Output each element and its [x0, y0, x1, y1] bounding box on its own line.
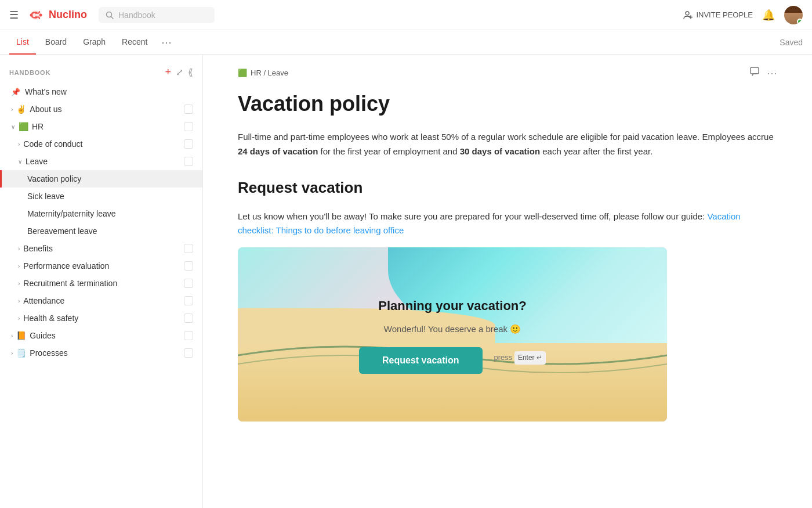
tab-recent[interactable]: Recent	[115, 30, 154, 55]
top-nav: ☰ Nuclino Handbook INVITE PE	[0, 0, 812, 30]
logo-area: Nuclino	[27, 6, 87, 24]
sidebar-item-sick-leave[interactable]: Sick leave	[0, 188, 202, 205]
sidebar-item-processes[interactable]: › 🗒️ Processes	[0, 344, 202, 362]
chevron-icon: ›	[11, 333, 13, 339]
svg-point-2	[39, 13, 42, 16]
chevron-icon: ›	[18, 246, 20, 252]
chevron-icon: ›	[11, 106, 13, 113]
svg-point-7	[686, 12, 689, 15]
press-text: press	[494, 353, 514, 362]
section2-title: Request vacation	[238, 175, 777, 200]
invite-people-button[interactable]: INVITE PEOPLE	[683, 10, 753, 20]
chevron-icon: ›	[18, 315, 20, 322]
sidebar-actions: + ⤢ ⟪	[165, 66, 193, 78]
sidebar-item-performance-evaluation[interactable]: › Performance evaluation	[0, 257, 202, 275]
sidebar-item-health-safety[interactable]: › Health & safety	[0, 309, 202, 327]
press-enter-hint: press Enter ↵	[494, 351, 546, 365]
sidebar-item-maternity-leave[interactable]: Maternity/paternity leave	[0, 205, 202, 222]
leave-checkbox[interactable]	[184, 157, 193, 166]
saved-status: Saved	[780, 38, 803, 47]
sidebar-expand-button[interactable]: ⤢	[176, 67, 183, 78]
section2-paragraph: Let us know when you'll be away! To make…	[238, 210, 777, 239]
beach-overlay: Planning your vacation? Wonderful! You d…	[238, 247, 667, 421]
about-us-icon: ✌️	[16, 105, 26, 114]
intro-paragraph: Full-time and part-time employees who wo…	[238, 130, 777, 159]
svg-rect-10	[751, 67, 759, 74]
notification-bell[interactable]: 🔔	[762, 9, 775, 21]
content-body: Full-time and part-time employees who wo…	[238, 130, 777, 421]
chevron-icon: ›	[11, 350, 13, 356]
svg-line-6	[111, 16, 114, 19]
avatar[interactable]	[784, 6, 803, 24]
sidebar-item-recruitment-termination[interactable]: › Recruitment & termination	[0, 275, 202, 292]
main-area: HANDBOOK + ⤢ ⟪ 📌 What's new › ✌️ About u…	[0, 55, 812, 508]
sidebar-item-hr[interactable]: ∨ 🟩 HR	[0, 118, 202, 135]
pin-icon: 📌	[11, 88, 20, 96]
chevron-icon: ›	[18, 141, 20, 147]
health-safety-checkbox[interactable]	[184, 314, 193, 323]
request-vacation-row: Request vacation press Enter ↵	[359, 343, 546, 374]
request-vacation-button[interactable]: Request vacation	[359, 347, 482, 374]
search-box[interactable]: Handbook	[99, 7, 215, 23]
sidebar-item-guides[interactable]: › 📙 Guides	[0, 327, 202, 344]
content-header: 🟩 HR / Leave ⋯	[238, 66, 777, 80]
sidebar-item-leave[interactable]: ∨ Leave	[0, 153, 202, 170]
tab-board[interactable]: Board	[38, 30, 74, 55]
sidebar-title: HANDBOOK	[9, 69, 50, 76]
breadcrumb-emoji: 🟩	[238, 69, 247, 77]
enter-symbol: Enter ↵	[514, 351, 546, 365]
sidebar-collapse-button[interactable]: ⟪	[188, 67, 193, 78]
beach-title: Planning your vacation?	[378, 296, 526, 316]
more-options-button[interactable]: ⋯	[767, 67, 777, 80]
attendance-checkbox[interactable]	[184, 296, 193, 305]
comments-button[interactable]	[749, 66, 760, 80]
tab-graph[interactable]: Graph	[76, 30, 113, 55]
sidebar-add-button[interactable]: +	[165, 66, 171, 78]
sidebar-item-attendance[interactable]: › Attendance	[0, 292, 202, 309]
hamburger-menu[interactable]: ☰	[9, 9, 19, 21]
beach-subtitle: Wonderful! You deserve a break 🙂	[384, 322, 521, 337]
guides-checkbox[interactable]	[184, 331, 193, 340]
more-tabs-button[interactable]: ⋯	[157, 36, 176, 49]
hr-icon: 🟩	[19, 122, 28, 131]
sidebar-header: HANDBOOK + ⤢ ⟪	[0, 62, 202, 83]
logo-text: Nuclino	[49, 9, 87, 21]
page-title: Vacation policy	[238, 91, 777, 116]
sidebar-item-whats-new[interactable]: 📌 What's new	[0, 83, 202, 100]
content-actions: ⋯	[749, 66, 777, 80]
invite-icon	[683, 10, 693, 20]
tab-list[interactable]: List	[9, 30, 36, 55]
chevron-icon: ›	[18, 263, 20, 269]
svg-point-3	[35, 12, 37, 14]
guides-icon: 📙	[16, 331, 26, 340]
benefits-checkbox[interactable]	[184, 244, 193, 253]
svg-point-1	[30, 13, 33, 16]
breadcrumb: 🟩 HR / Leave	[238, 69, 288, 77]
nav-right: INVITE PEOPLE 🔔	[683, 6, 803, 24]
processes-icon: 🗒️	[16, 348, 26, 358]
sidebar-item-code-of-conduct[interactable]: › Code of conduct	[0, 135, 202, 153]
breadcrumb-text: HR / Leave	[251, 69, 288, 77]
search-placeholder: Handbook	[118, 10, 155, 20]
chevron-icon: ∨	[11, 124, 15, 130]
chevron-icon: ›	[18, 280, 20, 287]
search-icon	[106, 11, 114, 19]
sidebar-item-bereavement-leave[interactable]: Bereavement leave	[0, 222, 202, 240]
processes-checkbox[interactable]	[184, 348, 193, 358]
perf-eval-checkbox[interactable]	[184, 261, 193, 271]
sidebar-item-vacation-policy[interactable]: Vacation policy	[0, 170, 202, 188]
nuclino-logo-icon	[27, 6, 45, 24]
hr-checkbox[interactable]	[184, 122, 193, 131]
sidebar: HANDBOOK + ⤢ ⟪ 📌 What's new › ✌️ About u…	[0, 55, 203, 508]
chevron-icon: ›	[18, 298, 20, 304]
sidebar-item-about-us[interactable]: › ✌️ About us	[0, 100, 202, 118]
chevron-icon: ∨	[18, 158, 22, 165]
code-of-conduct-checkbox[interactable]	[184, 139, 193, 149]
sidebar-item-benefits[interactable]: › Benefits	[0, 240, 202, 257]
about-us-checkbox[interactable]	[184, 105, 193, 114]
comments-icon	[749, 66, 760, 77]
svg-point-4	[35, 16, 37, 19]
tab-bar: List Board Graph Recent ⋯ Saved	[0, 30, 812, 55]
beach-card: Planning your vacation? Wonderful! You d…	[238, 247, 667, 421]
recruitment-checkbox[interactable]	[184, 279, 193, 288]
